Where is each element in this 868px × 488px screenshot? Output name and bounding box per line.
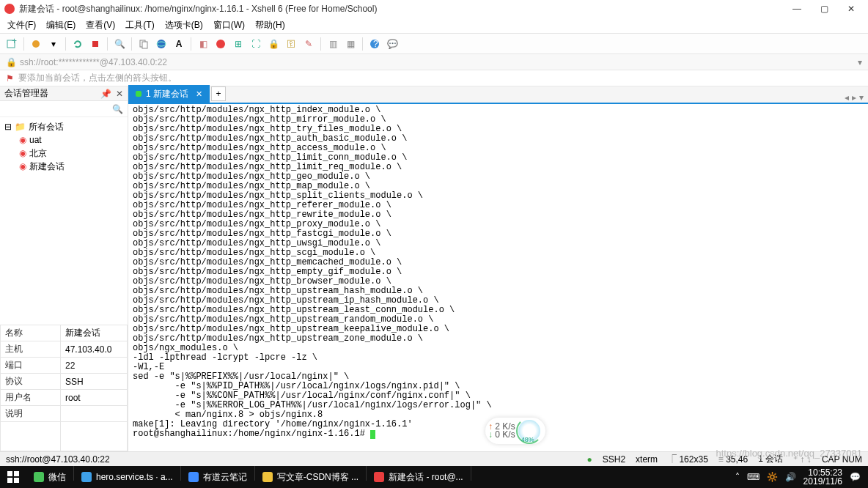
prop-value: 47.103.40.0 (61, 341, 128, 358)
tray-notification-icon[interactable]: 💬 (850, 472, 861, 482)
tip-text: 要添加当前会话，点击左侧的箭头按钮。 (18, 72, 177, 84)
session-search[interactable]: 🔍 (0, 101, 128, 117)
taskbar: 微信hero.service.ts · a...有道云笔记写文章-CSDN博客 … (0, 466, 868, 488)
svg-rect-13 (14, 478, 19, 483)
tray-net-icon[interactable]: 🔆 (767, 472, 778, 482)
menu-item[interactable]: 选项卡(B) (165, 19, 203, 32)
svg-point-6 (157, 40, 166, 48)
tray-vol-icon[interactable]: 🔊 (785, 472, 796, 482)
tab-prev-icon[interactable]: ◂ (845, 92, 849, 103)
grid-icon[interactable]: ⊞ (232, 38, 244, 50)
session-icon: ◉ (19, 135, 26, 145)
session-manager-panel: 会话管理器 📌 ✕ 🔍 ⊟ 📁 所有会话 ◉uat◉北京◉新建会话 名称新建会话… (0, 86, 128, 451)
help-icon[interactable]: ? (369, 38, 380, 50)
prop-key: 用户名 (1, 390, 61, 406)
status-arrows[interactable]: ⁺ ↑ ↓ (793, 454, 812, 465)
tab-session-1[interactable]: 1 新建会话 ✕ (128, 85, 210, 103)
copy-icon[interactable] (138, 38, 150, 50)
taskbar-item[interactable]: 有道云笔记 (181, 466, 254, 488)
address-dropdown-icon[interactable]: ▾ (858, 57, 862, 67)
tray-up-icon[interactable]: ˄ (735, 472, 740, 482)
network-widget[interactable]: ↑ 2 K/s ↓ 0 K/s 48% (485, 418, 545, 444)
tray-ime-icon[interactable]: ⌨ (747, 472, 760, 482)
chrome-icon (262, 472, 273, 482)
menu-item[interactable]: 文件(F) (7, 19, 36, 32)
layout-icon[interactable]: ▦ (345, 38, 356, 50)
prop-value (61, 406, 128, 422)
flag-icon: ⚑ (6, 73, 14, 84)
address-bar[interactable]: 🔒 ssh://root:************@47.103.40.0:22… (0, 54, 868, 70)
terminal[interactable]: objs/src/http/modules/ngx_http_index_mod… (128, 104, 868, 451)
menu-item[interactable]: 查看(V) (86, 19, 115, 32)
tab-next-icon[interactable]: ▸ (852, 92, 856, 103)
tree-root[interactable]: ⊟ 📁 所有会话 (0, 120, 128, 133)
add-tab-button[interactable]: + (211, 86, 226, 101)
collapse-icon[interactable]: ⊟ (4, 122, 12, 132)
edit-icon[interactable]: ✎ (303, 38, 315, 50)
system-tray[interactable]: ˄ ⌨ 🔆 🔊 10:55:23 2019/11/6 💬 (735, 468, 868, 486)
new-session-icon[interactable]: + (6, 38, 18, 50)
split-icon[interactable]: ▥ (327, 38, 339, 50)
menu-item[interactable]: 帮助(H) (255, 19, 285, 32)
address-text: ssh://root:************@47.103.40.0:22 (20, 57, 167, 67)
prop-row: 名称新建会话 (1, 325, 128, 341)
status-term: xterm (636, 454, 658, 465)
taskbar-label: 新建会话 - root@... (389, 471, 463, 484)
maximize-button[interactable]: ▢ (820, 4, 828, 14)
svg-rect-11 (14, 471, 19, 476)
session-label: 北京 (29, 147, 47, 160)
key-icon[interactable]: ⚿ (285, 38, 297, 50)
start-button[interactable] (0, 466, 26, 488)
taskbar-clock[interactable]: 10:55:23 2019/11/6 (803, 468, 842, 486)
prop-value: SSH (61, 374, 128, 390)
status-connection: ssh://root@47.103.40.0:22 (6, 454, 110, 465)
tab-close-icon[interactable]: ✕ (196, 89, 202, 99)
session-item[interactable]: ◉新建会话 (0, 160, 128, 173)
taskbar-item[interactable]: 微信 (26, 466, 73, 488)
panel-close-icon[interactable]: ✕ (116, 89, 123, 99)
taskbar-item[interactable]: 写文章-CSDN博客 ... (255, 466, 366, 488)
font-icon[interactable]: A (173, 38, 185, 50)
pin-icon[interactable]: 📌 (100, 89, 111, 99)
status-size: ⎾ 162x35 (668, 454, 708, 465)
magnifier-icon: 🔍 (112, 104, 123, 114)
chat-icon[interactable]: 💬 (386, 38, 398, 50)
net-down: 0 K/s (495, 429, 515, 440)
taskbar-label: 微信 (48, 471, 66, 484)
tab-menu-icon[interactable]: ▾ (859, 92, 864, 103)
session-label: uat (29, 135, 42, 145)
prop-key: 主机 (1, 341, 61, 358)
menu-item[interactable]: 工具(T) (125, 19, 154, 32)
svg-text:?: ? (373, 39, 378, 49)
taskbar-label: 有道云笔记 (203, 471, 247, 484)
tool-icon-2[interactable]: ▾ (48, 38, 59, 50)
note-icon (188, 472, 199, 482)
reconnect-icon[interactable] (72, 38, 84, 50)
disconnect-icon[interactable] (89, 38, 101, 50)
menu-bar: 文件(F)编辑(E)查看(V)工具(T)选项卡(B)窗口(W)帮助(H) (0, 18, 868, 34)
lock-icon[interactable]: 🔒 (268, 38, 279, 50)
fullscreen-icon[interactable]: ⛶ (250, 38, 262, 50)
taskbar-item[interactable]: 新建会话 - root@... (367, 466, 471, 488)
session-tree: ⊟ 📁 所有会话 ◉uat◉北京◉新建会话 (0, 117, 128, 325)
menu-item[interactable]: 窗口(W) (213, 19, 245, 32)
title-bar: 新建会话 - root@shanghailinux: /home/nginx/n… (0, 0, 868, 18)
globe-icon[interactable] (155, 38, 167, 50)
close-button[interactable]: ✕ (847, 4, 855, 14)
session-item[interactable]: ◉uat (0, 133, 128, 147)
taskbar-item[interactable]: hero.service.ts · a... (74, 466, 180, 488)
prop-row: 说明 (1, 406, 128, 422)
prop-row: 用户名root (1, 390, 128, 406)
session-item[interactable]: ◉北京 (0, 147, 128, 160)
xshell-icon[interactable] (215, 38, 227, 50)
tool-icon-1[interactable] (30, 38, 42, 50)
status-ssh: SSH2 (603, 454, 625, 465)
panel-title: 会话管理器 (4, 87, 48, 100)
palette-icon[interactable]: ◧ (197, 38, 209, 50)
session-label: 新建会话 (29, 160, 65, 173)
menu-item[interactable]: 编辑(E) (46, 19, 76, 32)
taskbar-label: hero.service.ts · a... (96, 472, 173, 482)
minimize-button[interactable]: — (792, 4, 801, 14)
wechat-icon (34, 472, 44, 482)
search-icon[interactable]: 🔍 (114, 38, 125, 50)
